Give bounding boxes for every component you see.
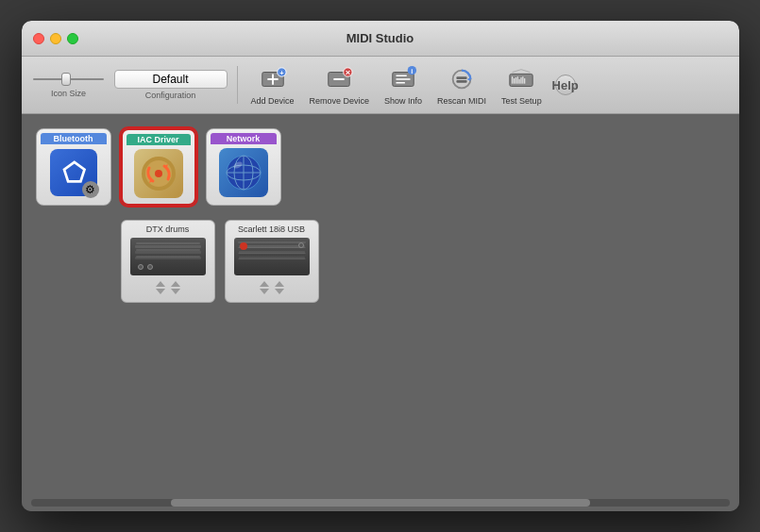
help-label: Help	[552, 78, 579, 92]
horizontal-scrollbar[interactable]	[31, 499, 730, 507]
add-device-label: Add Device	[251, 96, 295, 106]
maximize-button[interactable]	[67, 33, 78, 44]
add-device-icon: +	[258, 64, 288, 94]
iac-driver-device-card[interactable]: IAC Driver	[121, 128, 196, 206]
iac-driver-label: IAC Driver	[127, 134, 191, 145]
icon-size-label: Icon Size	[51, 89, 86, 98]
slider-track	[33, 78, 104, 80]
midi-devices-row: DTX drums	[121, 220, 725, 303]
show-info-label: Show Info	[384, 96, 422, 106]
icon-size-slider[interactable]	[33, 72, 104, 87]
svg-text:+: +	[279, 69, 284, 77]
show-info-button[interactable]: i Show Info	[380, 62, 426, 108]
remove-device-icon: ×	[324, 64, 354, 94]
configuration-select[interactable]: Default	[114, 70, 228, 89]
scrollbar-thumb[interactable]	[171, 499, 590, 507]
scarlett-card[interactable]: Scarlett 18i8 USB	[225, 220, 319, 303]
network-label: Network	[211, 133, 277, 144]
svg-rect-17	[456, 80, 466, 83]
svg-text:i: i	[411, 67, 413, 75]
remove-device-button[interactable]: × Remove Device	[306, 62, 374, 108]
titlebar: MIDI Studio	[22, 21, 739, 57]
window-title: MIDI Studio	[346, 31, 414, 45]
traffic-lights	[33, 33, 78, 44]
rescan-midi-icon	[447, 64, 477, 94]
dtx-drums-image	[130, 238, 206, 275]
connector-out-2	[275, 281, 284, 294]
svg-text:×: ×	[346, 68, 351, 77]
show-info-icon: i	[388, 64, 418, 94]
dtx-drums-card[interactable]: DTX drums	[121, 220, 215, 303]
connector-in	[156, 281, 165, 294]
add-device-button[interactable]: + Add Device	[247, 62, 298, 108]
bluetooth-label: Bluetooth	[41, 133, 107, 144]
network-icon	[219, 148, 268, 197]
rescan-midi-button[interactable]: Rescan MIDI	[433, 62, 490, 108]
scarlett-image	[234, 238, 310, 275]
bluetooth-gear-icon: ⚙	[82, 181, 99, 198]
svg-rect-16	[456, 76, 466, 79]
toolbar: Icon Size Default Configuration + Add De…	[22, 57, 739, 114]
connector-out	[171, 281, 180, 294]
main-content: Bluetooth ⬠ ⚙ IAC Driver	[22, 114, 739, 511]
dtx-drums-connectors	[156, 281, 180, 294]
bluetooth-icon: ⬠ ⚙	[49, 148, 98, 197]
icon-size-control: Icon Size	[31, 72, 107, 98]
test-setup-label: Test Setup	[501, 96, 542, 106]
toolbar-separator-1	[237, 66, 238, 104]
scarlett-connectors	[260, 281, 284, 294]
dtx-drums-label: DTX drums	[146, 224, 190, 234]
configuration-label: Configuration	[145, 91, 196, 100]
close-button[interactable]	[33, 33, 44, 44]
svg-point-29	[155, 170, 162, 177]
midi-studio-window: MIDI Studio Icon Size Default Configurat…	[22, 21, 739, 511]
remove-device-label: Remove Device	[310, 96, 370, 106]
test-setup-icon	[506, 64, 536, 94]
rescan-midi-label: Rescan MIDI	[437, 96, 486, 106]
virtual-devices-row: Bluetooth ⬠ ⚙ IAC Driver	[36, 128, 725, 206]
help-button[interactable]: Help	[555, 75, 576, 95]
connector-in-2	[260, 281, 269, 294]
network-device-card[interactable]: Network	[206, 128, 281, 206]
scarlett-label: Scarlett 18i8 USB	[238, 224, 305, 234]
configuration-control: Default Configuration	[114, 70, 228, 100]
slider-thumb[interactable]	[61, 73, 71, 86]
test-setup-button[interactable]: Test Setup	[498, 62, 546, 108]
bluetooth-device-card[interactable]: Bluetooth ⬠ ⚙	[36, 128, 111, 206]
bluetooth-symbol: ⬠	[62, 158, 85, 189]
minimize-button[interactable]	[50, 33, 61, 44]
iac-driver-icon	[134, 149, 183, 198]
